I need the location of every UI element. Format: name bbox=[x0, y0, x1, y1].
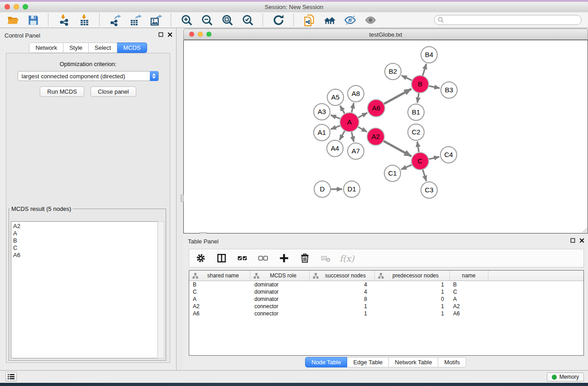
tab-mcds[interactable]: MCDS bbox=[117, 43, 147, 53]
edge-A-A1[interactable] bbox=[331, 126, 340, 129]
node-A5[interactable]: A5 bbox=[327, 89, 344, 105]
run-mcds-button[interactable]: Run MCDS bbox=[40, 86, 84, 97]
column-header-predecessor-nodes[interactable]: predecessor nodes bbox=[374, 271, 449, 281]
edge-C-C2[interactable] bbox=[417, 142, 419, 152]
float-panel-icon[interactable] bbox=[570, 238, 575, 243]
table-tab-node-table[interactable]: Node Table bbox=[305, 357, 348, 367]
edge-B-B4[interactable] bbox=[423, 64, 426, 76]
function-builder-icon[interactable]: f(x) bbox=[339, 253, 354, 263]
node-A6[interactable]: A6 bbox=[368, 100, 385, 117]
edge-A-A4[interactable] bbox=[339, 131, 344, 140]
settings-gear-icon[interactable] bbox=[194, 252, 207, 265]
close-panel-button[interactable]: Close panel bbox=[91, 86, 136, 97]
save-session-icon[interactable] bbox=[25, 13, 41, 27]
node-B[interactable]: B bbox=[411, 76, 429, 93]
duplicate-network-icon[interactable] bbox=[301, 13, 317, 27]
result-list-item[interactable]: B bbox=[13, 237, 158, 244]
table-tab-network-table[interactable]: Network Table bbox=[389, 357, 438, 367]
import-table-icon[interactable] bbox=[76, 13, 92, 27]
node-A7[interactable]: A7 bbox=[348, 143, 364, 159]
delete-table-icon[interactable] bbox=[319, 252, 332, 265]
column-layout-icon[interactable] bbox=[215, 252, 228, 265]
tab-select[interactable]: Select bbox=[89, 43, 117, 53]
node-C4[interactable]: C4 bbox=[440, 147, 457, 163]
node-B1[interactable]: B1 bbox=[408, 104, 424, 120]
show-all-icon[interactable] bbox=[362, 13, 378, 27]
export-table-icon[interactable] bbox=[127, 13, 143, 27]
edge-A6-B[interactable] bbox=[384, 89, 411, 104]
edge-B-B3[interactable] bbox=[429, 86, 440, 88]
edge-C-C4[interactable] bbox=[429, 157, 440, 159]
table-tab-motifs[interactable]: Motifs bbox=[438, 357, 466, 367]
node-D1[interactable]: D1 bbox=[344, 181, 360, 197]
node-A8[interactable]: A8 bbox=[348, 86, 364, 102]
result-list-item[interactable]: A2 bbox=[13, 223, 158, 230]
result-list-item[interactable]: A bbox=[13, 230, 158, 237]
table-row[interactable]: A6connector11A6 bbox=[189, 310, 583, 317]
node-D[interactable]: D bbox=[314, 181, 330, 197]
edge-A-A8[interactable] bbox=[352, 103, 354, 112]
node-B4[interactable]: B4 bbox=[421, 47, 437, 63]
table-row[interactable]: Adominator80A bbox=[189, 295, 583, 303]
hide-selected-icon[interactable] bbox=[342, 13, 358, 27]
close-panel-icon[interactable] bbox=[167, 32, 172, 37]
column-header-MCDS-role[interactable]: MCDS role bbox=[250, 271, 309, 281]
zoom-in-icon[interactable] bbox=[178, 13, 195, 27]
network-canvas[interactable]: B4B2BB3A8A5A6A3B1AA1C2A2A4A7C4CC1DD1C3 bbox=[183, 40, 588, 234]
open-session-icon[interactable] bbox=[5, 13, 21, 27]
edge-A-A2[interactable] bbox=[358, 127, 367, 132]
memory-button[interactable]: Memory bbox=[547, 372, 584, 381]
edge-C-C3[interactable] bbox=[423, 170, 426, 181]
zoom-out-icon[interactable] bbox=[199, 13, 215, 27]
node-A4[interactable]: A4 bbox=[327, 140, 343, 157]
zoom-selected-icon[interactable] bbox=[239, 13, 256, 27]
import-network-icon[interactable] bbox=[56, 13, 72, 27]
resize-grip-icon[interactable] bbox=[582, 227, 587, 233]
close-panel-icon[interactable] bbox=[579, 238, 584, 243]
node-C[interactable]: C bbox=[411, 152, 429, 170]
table-row[interactable]: A2connector11A2 bbox=[189, 303, 583, 310]
result-scrollbar[interactable] bbox=[158, 221, 164, 358]
node-A[interactable]: A bbox=[340, 113, 359, 132]
refresh-icon[interactable] bbox=[270, 13, 287, 27]
tab-network[interactable]: Network bbox=[29, 43, 63, 53]
select-all-checkbox-icon[interactable] bbox=[235, 252, 249, 265]
edge-A-A7[interactable] bbox=[352, 132, 354, 142]
deselect-all-checkbox-icon[interactable] bbox=[256, 252, 270, 265]
tab-style[interactable]: Style bbox=[63, 43, 89, 53]
result-list-item[interactable]: C bbox=[13, 244, 158, 252]
search-input[interactable] bbox=[434, 15, 582, 25]
edge-A-A3[interactable] bbox=[331, 115, 340, 119]
edge-A-A6[interactable] bbox=[358, 113, 367, 118]
vertical-splitter-handle[interactable] bbox=[181, 195, 184, 202]
column-header-shared-name[interactable]: shared name bbox=[189, 271, 250, 281]
node-A3[interactable]: A3 bbox=[314, 104, 330, 120]
table-row[interactable]: Bdominator41B bbox=[189, 281, 583, 289]
edge-C-C1[interactable] bbox=[401, 165, 412, 169]
table-row[interactable]: Cdominator41C bbox=[189, 288, 583, 295]
task-history-button[interactable] bbox=[5, 372, 17, 381]
export-network-icon[interactable] bbox=[107, 13, 123, 27]
float-panel-icon[interactable] bbox=[158, 32, 163, 37]
edge-B-B1[interactable] bbox=[417, 93, 419, 103]
result-list-item[interactable]: A6 bbox=[13, 252, 158, 259]
delete-column-icon[interactable] bbox=[298, 252, 311, 265]
home-view-icon[interactable] bbox=[321, 13, 338, 27]
edge-B-B2[interactable] bbox=[402, 76, 412, 81]
column-header-successor-nodes[interactable]: successor nodes bbox=[309, 271, 374, 281]
edge-A2-C[interactable] bbox=[384, 141, 411, 157]
node-C3[interactable]: C3 bbox=[421, 182, 437, 198]
edge-A-A5[interactable] bbox=[340, 105, 344, 114]
table-tab-edge-table[interactable]: Edge Table bbox=[347, 357, 389, 367]
criterion-select[interactable]: largest connected component (directed) bbox=[18, 71, 159, 81]
node-C2[interactable]: C2 bbox=[408, 124, 424, 140]
add-column-icon[interactable] bbox=[277, 252, 291, 265]
node-B3[interactable]: B3 bbox=[441, 82, 457, 98]
node-B2[interactable]: B2 bbox=[385, 63, 401, 80]
node-A2[interactable]: A2 bbox=[367, 128, 384, 145]
column-header-name[interactable]: name bbox=[449, 271, 488, 281]
node-C1[interactable]: C1 bbox=[384, 165, 401, 181]
zoom-fit-icon[interactable] bbox=[219, 13, 235, 27]
node-A1[interactable]: A1 bbox=[314, 124, 330, 141]
export-image-icon[interactable] bbox=[148, 13, 164, 27]
